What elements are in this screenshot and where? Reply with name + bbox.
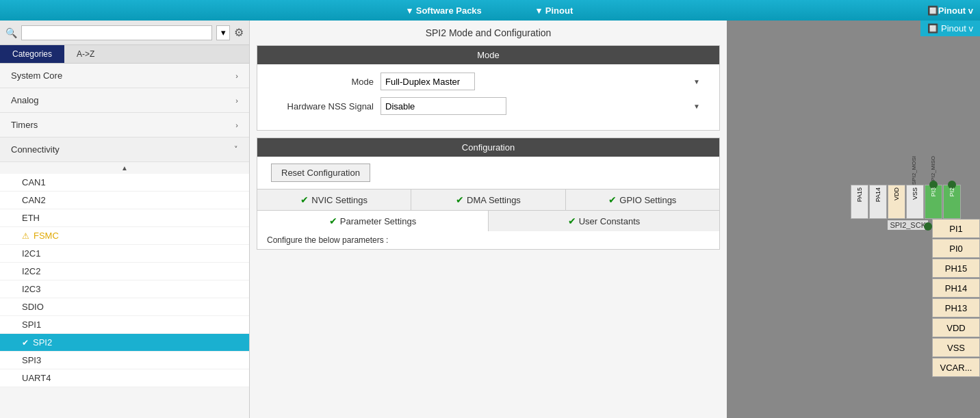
reset-config-button[interactable]: Reset Configuration xyxy=(271,164,370,182)
center-content: SPI2 Mode and Configuration Mode Mode Fu… xyxy=(250,21,727,418)
mode-select-wrapper: Full-Duplex Master Half-Duplex Master Re… xyxy=(381,73,706,90)
tab-parameter-settings[interactable]: ✔ Parameter Settings xyxy=(257,211,489,231)
tab-user-constants[interactable]: ✔ User Constants xyxy=(489,211,719,231)
connectivity-items: CAN1 CAN2 ETH ⚠ FSMC I2C1 xyxy=(0,174,249,387)
mode-section: Mode Mode Full-Duplex Master Half-Duplex… xyxy=(257,45,720,131)
warning-icon: ⚠ xyxy=(22,231,29,241)
sidebar-item-connectivity[interactable]: Connectivity ˅ xyxy=(0,138,249,162)
ph14-label: PH14 xyxy=(945,283,968,293)
sidebar: 🔍 ▾ ⚙ Categories A->Z System Core › Anal… xyxy=(0,21,250,418)
pin-pi1[interactable]: PI1 xyxy=(932,219,980,238)
connectivity-label: Connectivity xyxy=(11,144,60,155)
spi1-label: SPI1 xyxy=(22,319,41,330)
pinout-chip-icon: 🔲 xyxy=(927,23,938,34)
pinout-view-label: Pinout v xyxy=(938,5,973,16)
search-icon[interactable]: 🔍 xyxy=(5,27,17,38)
top-bar: ▾ Software Packs ▾ Pinout 🔲 Pinout v xyxy=(0,0,980,21)
sidebar-item-timers[interactable]: Timers › xyxy=(0,113,249,138)
mode-label: Mode xyxy=(271,77,381,87)
nvic-check-icon: ✔ xyxy=(300,194,309,205)
sidebar-item-i2c3[interactable]: I2C3 xyxy=(0,280,249,298)
pin-vss2[interactable]: VSS xyxy=(932,338,980,357)
param-label: Parameter Settings xyxy=(340,216,416,226)
pin-vdd2[interactable]: VDD xyxy=(932,318,980,337)
mode-select[interactable]: Full-Duplex Master Half-Duplex Master Re… xyxy=(381,73,475,90)
spi2-sck-label: SPI2_SCK xyxy=(888,220,928,230)
tab-nvic-settings[interactable]: ✔ NVIC Settings xyxy=(257,190,411,210)
sidebar-item-eth[interactable]: ETH xyxy=(0,209,249,227)
pin-vss1[interactable]: VSS xyxy=(906,185,924,219)
can2-label: CAN2 xyxy=(22,195,46,205)
pin-pi3[interactable]: PI3 xyxy=(925,185,942,219)
nss-select[interactable]: Disable Hardware NSS Input Signal Hardwa… xyxy=(381,97,506,115)
sidebar-item-system-core[interactable]: System Core › xyxy=(0,64,249,88)
tab-categories[interactable]: Categories xyxy=(0,45,64,63)
pinout-header-label: Pinout v xyxy=(941,23,973,34)
horizontal-pins: PA15 PA14 VDD VSS PI3 xyxy=(851,185,961,219)
pin-vdd1[interactable]: VDD xyxy=(888,185,905,219)
pin-ph15[interactable]: PH15 xyxy=(932,259,980,278)
pinout-view-icon: 🔲 xyxy=(927,5,938,16)
sidebar-item-uart4[interactable]: UART4 xyxy=(0,369,249,387)
sidebar-content: System Core › Analog › Timers › Connecti… xyxy=(0,64,249,418)
tab-bar: Categories A->Z xyxy=(0,45,249,64)
spi3-label: SPI3 xyxy=(22,355,41,365)
spi2-mosi-label: SPI2_MOSI xyxy=(911,156,917,185)
config-header: Configuration xyxy=(257,138,719,157)
sidebar-item-spi3[interactable]: SPI3 xyxy=(0,352,249,369)
pinout-menu[interactable]: ▾ Pinout xyxy=(537,5,573,16)
tab-gpio-settings[interactable]: ✔ GPIO Settings xyxy=(566,190,719,210)
i2c3-label: I2C3 xyxy=(22,284,40,294)
search-dropdown-btn[interactable]: ▾ xyxy=(216,25,230,40)
pinout-area: 🔲 Pinout v SPI2_MOSI SPI2_MISO PA15 xyxy=(727,21,980,418)
dma-check-icon: ✔ xyxy=(456,194,464,205)
system-core-label: System Core xyxy=(11,70,62,81)
pin-pa14[interactable]: PA14 xyxy=(869,185,887,219)
nss-label: Hardware NSS Signal xyxy=(271,101,381,112)
tab-dma-settings[interactable]: ✔ DMA Settings xyxy=(411,190,565,210)
i2c1-label: I2C1 xyxy=(22,248,40,259)
check-icon: ✔ xyxy=(22,338,29,348)
pin-ph13[interactable]: PH13 xyxy=(932,298,980,317)
sdio-label: SDIO xyxy=(22,302,44,312)
config-tabs-row1: ✔ NVIC Settings ✔ DMA Settings ✔ GPIO Se… xyxy=(257,189,719,210)
ph13-label: PH13 xyxy=(945,303,968,313)
pinout-header[interactable]: 🔲 Pinout v xyxy=(920,21,980,36)
uart4-label: UART4 xyxy=(22,373,51,383)
chevron-right-icon: › xyxy=(235,72,238,80)
pin-pi0[interactable]: PI0 xyxy=(932,239,980,258)
tab-atoz[interactable]: A->Z xyxy=(64,45,107,63)
param-check-icon: ✔ xyxy=(329,215,337,226)
search-input[interactable] xyxy=(21,25,212,40)
can1-label: CAN1 xyxy=(22,177,46,187)
sidebar-toolbar: 🔍 ▾ ⚙ xyxy=(0,21,249,45)
pin-vcar[interactable]: VCAR... xyxy=(932,358,980,377)
sidebar-item-spi1[interactable]: SPI1 xyxy=(0,316,249,334)
sidebar-item-can2[interactable]: CAN2 xyxy=(0,192,249,209)
gpio-check-icon: ✔ xyxy=(608,194,617,205)
mode-header: Mode xyxy=(257,46,719,64)
spi2-mosi-label-col: SPI2_MOSI xyxy=(905,127,923,185)
spi2-miso-label-col: SPI2_MISO xyxy=(924,127,942,185)
eth-label: ETH xyxy=(22,213,40,223)
sidebar-item-i2c1[interactable]: I2C1 xyxy=(0,245,249,263)
sidebar-item-sdio[interactable]: SDIO xyxy=(0,298,249,316)
pinout-view-btn[interactable]: 🔲 Pinout v xyxy=(927,0,980,21)
pi0-label: PI0 xyxy=(949,244,963,254)
sidebar-item-can1[interactable]: CAN1 xyxy=(0,174,249,192)
page-title: SPI2 Mode and Configuration xyxy=(250,21,727,45)
gear-button[interactable]: ⚙ xyxy=(234,26,244,39)
vcar-label: VCAR... xyxy=(940,363,972,373)
sidebar-item-analog[interactable]: Analog › xyxy=(0,88,249,113)
pin-pi2[interactable]: PI2 xyxy=(943,185,961,219)
sidebar-item-fsmc[interactable]: ⚠ FSMC xyxy=(0,227,249,245)
sidebar-item-spi2[interactable]: ✔ SPI2 xyxy=(0,334,249,352)
pin-ph14[interactable]: PH14 xyxy=(932,278,980,298)
collapse-arrow[interactable]: ▲ xyxy=(0,162,249,174)
pin-pa15[interactable]: PA15 xyxy=(851,185,868,219)
dma-label: DMA Settings xyxy=(467,195,521,205)
chevron-down-icon2: ▾ xyxy=(537,5,541,16)
sidebar-item-i2c2[interactable]: I2C2 xyxy=(0,263,249,280)
software-packs-menu[interactable]: ▾ Software Packs xyxy=(407,5,482,16)
nss-row: Hardware NSS Signal Disable Hardware NSS… xyxy=(271,97,706,115)
